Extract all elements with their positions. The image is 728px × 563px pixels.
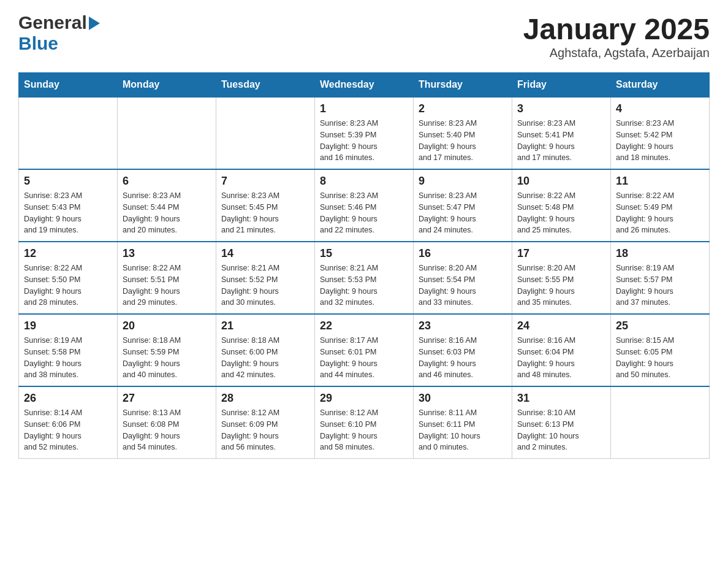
- table-row: 22Sunrise: 8:17 AMSunset: 6:01 PMDayligh…: [315, 314, 414, 386]
- day-number: 26: [24, 392, 112, 405]
- day-number: 5: [24, 175, 112, 188]
- table-row: 31Sunrise: 8:10 AMSunset: 6:13 PMDayligh…: [512, 386, 611, 459]
- day-number: 30: [419, 392, 507, 405]
- table-row: 14Sunrise: 8:21 AMSunset: 5:52 PMDayligh…: [216, 242, 315, 314]
- calendar-week-row: 26Sunrise: 8:14 AMSunset: 6:06 PMDayligh…: [19, 386, 710, 459]
- table-row: 21Sunrise: 8:18 AMSunset: 6:00 PMDayligh…: [216, 314, 315, 386]
- day-number: 27: [123, 392, 211, 405]
- day-info: Sunrise: 8:22 AMSunset: 5:50 PMDaylight:…: [24, 262, 112, 308]
- table-row: 23Sunrise: 8:16 AMSunset: 6:03 PMDayligh…: [414, 314, 512, 386]
- table-row: 18Sunrise: 8:19 AMSunset: 5:57 PMDayligh…: [611, 242, 710, 314]
- calendar-week-row: 12Sunrise: 8:22 AMSunset: 5:50 PMDayligh…: [19, 242, 710, 314]
- day-info: Sunrise: 8:18 AMSunset: 5:59 PMDaylight:…: [123, 335, 211, 381]
- table-row: 27Sunrise: 8:13 AMSunset: 6:08 PMDayligh…: [118, 386, 216, 459]
- table-row: 10Sunrise: 8:22 AMSunset: 5:48 PMDayligh…: [512, 169, 611, 242]
- day-info: Sunrise: 8:23 AMSunset: 5:42 PMDaylight:…: [616, 118, 704, 164]
- table-row: 25Sunrise: 8:15 AMSunset: 6:05 PMDayligh…: [611, 314, 710, 386]
- table-row: 17Sunrise: 8:20 AMSunset: 5:55 PMDayligh…: [512, 242, 611, 314]
- table-row: 1Sunrise: 8:23 AMSunset: 5:39 PMDaylight…: [315, 97, 414, 169]
- day-number: 9: [419, 175, 507, 188]
- day-number: 7: [221, 175, 309, 188]
- day-info: Sunrise: 8:21 AMSunset: 5:52 PMDaylight:…: [221, 262, 309, 308]
- page-title: January 2025: [523, 12, 710, 46]
- calendar-body: 1Sunrise: 8:23 AMSunset: 5:39 PMDaylight…: [19, 97, 710, 459]
- day-number: 16: [419, 247, 507, 260]
- day-info: Sunrise: 8:20 AMSunset: 5:55 PMDaylight:…: [517, 262, 605, 308]
- day-number: 31: [517, 392, 605, 405]
- table-row: [216, 97, 315, 169]
- table-row: 26Sunrise: 8:14 AMSunset: 6:06 PMDayligh…: [19, 386, 118, 459]
- day-number: 8: [320, 175, 408, 188]
- logo: General Blue: [18, 12, 100, 54]
- table-row: 13Sunrise: 8:22 AMSunset: 5:51 PMDayligh…: [118, 242, 216, 314]
- day-info: Sunrise: 8:23 AMSunset: 5:39 PMDaylight:…: [320, 118, 408, 164]
- day-info: Sunrise: 8:16 AMSunset: 6:03 PMDaylight:…: [419, 335, 507, 381]
- day-number: 6: [123, 175, 211, 188]
- table-row: 28Sunrise: 8:12 AMSunset: 6:09 PMDayligh…: [216, 386, 315, 459]
- day-number: 10: [517, 175, 605, 188]
- calendar-header: Sunday Monday Tuesday Wednesday Thursday…: [19, 73, 710, 98]
- col-friday: Friday: [512, 73, 611, 98]
- table-row: 2Sunrise: 8:23 AMSunset: 5:40 PMDaylight…: [414, 97, 512, 169]
- day-number: 29: [320, 392, 408, 405]
- calendar-week-row: 5Sunrise: 8:23 AMSunset: 5:43 PMDaylight…: [19, 169, 710, 242]
- day-number: 17: [517, 247, 605, 260]
- calendar-header-row: Sunday Monday Tuesday Wednesday Thursday…: [19, 73, 710, 98]
- table-row: 9Sunrise: 8:23 AMSunset: 5:47 PMDaylight…: [414, 169, 512, 242]
- calendar-week-row: 1Sunrise: 8:23 AMSunset: 5:39 PMDaylight…: [19, 97, 710, 169]
- col-saturday: Saturday: [611, 73, 710, 98]
- table-row: 12Sunrise: 8:22 AMSunset: 5:50 PMDayligh…: [19, 242, 118, 314]
- calendar-week-row: 19Sunrise: 8:19 AMSunset: 5:58 PMDayligh…: [19, 314, 710, 386]
- day-number: 12: [24, 247, 112, 260]
- title-block: January 2025 Aghstafa, Agstafa, Azerbaij…: [523, 12, 710, 60]
- day-number: 15: [320, 247, 408, 260]
- page-subtitle: Aghstafa, Agstafa, Azerbaijan: [523, 46, 710, 60]
- day-info: Sunrise: 8:17 AMSunset: 6:01 PMDaylight:…: [320, 335, 408, 381]
- day-number: 11: [616, 175, 704, 188]
- day-number: 22: [320, 320, 408, 332]
- logo-triangle-icon: [89, 17, 100, 30]
- day-info: Sunrise: 8:23 AMSunset: 5:40 PMDaylight:…: [419, 118, 507, 164]
- day-number: 4: [616, 102, 704, 115]
- table-row: 11Sunrise: 8:22 AMSunset: 5:49 PMDayligh…: [611, 169, 710, 242]
- table-row: [118, 97, 216, 169]
- day-number: 28: [221, 392, 309, 405]
- table-row: 3Sunrise: 8:23 AMSunset: 5:41 PMDaylight…: [512, 97, 611, 169]
- day-number: 23: [419, 320, 507, 332]
- col-thursday: Thursday: [414, 73, 512, 98]
- table-row: [19, 97, 118, 169]
- day-number: 24: [517, 320, 605, 332]
- day-info: Sunrise: 8:23 AMSunset: 5:47 PMDaylight:…: [419, 190, 507, 236]
- table-row: 30Sunrise: 8:11 AMSunset: 6:11 PMDayligh…: [414, 386, 512, 459]
- day-info: Sunrise: 8:23 AMSunset: 5:45 PMDaylight:…: [221, 190, 309, 236]
- day-info: Sunrise: 8:22 AMSunset: 5:49 PMDaylight:…: [616, 190, 704, 236]
- day-info: Sunrise: 8:23 AMSunset: 5:46 PMDaylight:…: [320, 190, 408, 236]
- calendar-table: Sunday Monday Tuesday Wednesday Thursday…: [18, 72, 710, 459]
- table-row: 7Sunrise: 8:23 AMSunset: 5:45 PMDaylight…: [216, 169, 315, 242]
- day-info: Sunrise: 8:22 AMSunset: 5:51 PMDaylight:…: [123, 262, 211, 308]
- day-number: 25: [616, 320, 704, 332]
- table-row: 4Sunrise: 8:23 AMSunset: 5:42 PMDaylight…: [611, 97, 710, 169]
- svg-marker-0: [89, 17, 100, 30]
- col-wednesday: Wednesday: [315, 73, 414, 98]
- day-info: Sunrise: 8:10 AMSunset: 6:13 PMDaylight:…: [517, 407, 605, 453]
- page-header: General Blue January 2025 Aghstafa, Agst…: [18, 12, 710, 60]
- col-monday: Monday: [118, 73, 216, 98]
- day-info: Sunrise: 8:20 AMSunset: 5:54 PMDaylight:…: [419, 262, 507, 308]
- day-number: 21: [221, 320, 309, 332]
- day-info: Sunrise: 8:16 AMSunset: 6:04 PMDaylight:…: [517, 335, 605, 381]
- day-number: 13: [123, 247, 211, 260]
- day-number: 19: [24, 320, 112, 332]
- table-row: 19Sunrise: 8:19 AMSunset: 5:58 PMDayligh…: [19, 314, 118, 386]
- table-row: 5Sunrise: 8:23 AMSunset: 5:43 PMDaylight…: [19, 169, 118, 242]
- day-info: Sunrise: 8:19 AMSunset: 5:57 PMDaylight:…: [616, 262, 704, 308]
- table-row: 8Sunrise: 8:23 AMSunset: 5:46 PMDaylight…: [315, 169, 414, 242]
- day-info: Sunrise: 8:18 AMSunset: 6:00 PMDaylight:…: [221, 335, 309, 381]
- day-info: Sunrise: 8:22 AMSunset: 5:48 PMDaylight:…: [517, 190, 605, 236]
- day-info: Sunrise: 8:19 AMSunset: 5:58 PMDaylight:…: [24, 335, 112, 381]
- table-row: [611, 386, 710, 459]
- day-info: Sunrise: 8:15 AMSunset: 6:05 PMDaylight:…: [616, 335, 704, 381]
- day-info: Sunrise: 8:11 AMSunset: 6:11 PMDaylight:…: [419, 407, 507, 453]
- day-number: 18: [616, 247, 704, 260]
- day-number: 20: [123, 320, 211, 332]
